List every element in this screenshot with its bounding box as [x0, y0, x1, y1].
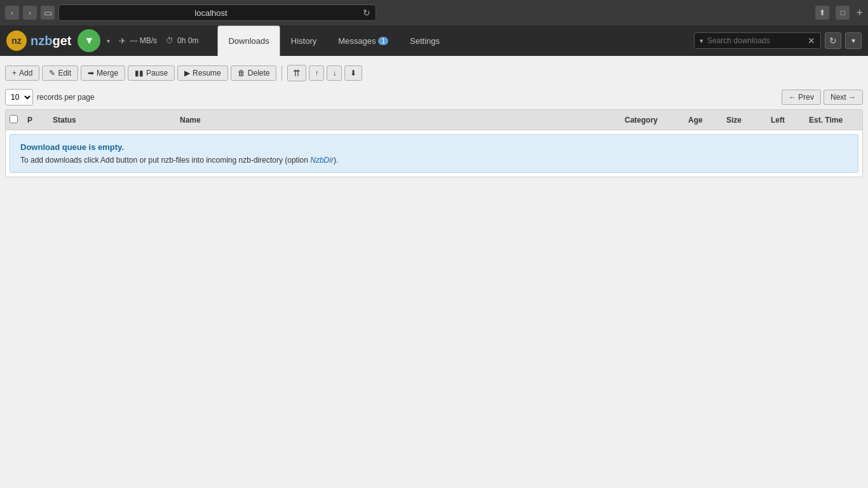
tabs-container: Downloads History Messages 1 Settings	[217, 25, 688, 56]
records-per-page-select[interactable]: 10 25 50	[5, 89, 33, 105]
empty-state-text: To add downloads click Add button or put…	[20, 156, 848, 165]
tab-downloads[interactable]: Downloads	[217, 25, 280, 56]
share-button[interactable]: ⬆	[815, 6, 829, 20]
th-size: Size	[722, 116, 767, 125]
empty-state: Download queue is empty. To add download…	[10, 134, 858, 173]
forward-button[interactable]: ›	[23, 6, 37, 20]
merge-button[interactable]: ➡ Merge	[81, 65, 125, 81]
time-icon: ⏱	[166, 36, 173, 45]
th-age: Age	[684, 116, 722, 125]
time-value: 0h 0m	[177, 36, 198, 45]
move-up-icon: ↑	[315, 69, 318, 78]
move-down-icon: ↓	[332, 69, 336, 78]
minimize-button[interactable]: ▭	[41, 6, 55, 20]
download-button[interactable]	[78, 29, 100, 52]
edit-button[interactable]: ✎ Edit	[42, 65, 78, 81]
speed-value: --- MB/s	[130, 36, 157, 45]
th-est-time: Est. Time	[805, 116, 862, 125]
th-status: Status	[49, 116, 176, 125]
prev-page-button[interactable]: ← Prev	[782, 90, 821, 105]
logo-text: nzbget	[31, 34, 71, 48]
add-icon: +	[12, 69, 17, 78]
toolbar: + Add ✎ Edit ➡ Merge ▮▮ Pause ▶ Resume 🗑…	[5, 61, 863, 85]
search-box: ▾ ✕	[694, 32, 821, 49]
fullscreen-button[interactable]: □	[836, 6, 850, 20]
move-bottom-button[interactable]: ⬇	[344, 65, 362, 81]
move-top-icon: ⇈	[293, 68, 301, 78]
move-up-button[interactable]: ↑	[309, 65, 324, 81]
pause-icon: ▮▮	[135, 69, 144, 78]
messages-badge: 1	[378, 37, 388, 45]
settings-dropdown-button[interactable]: ▾	[845, 32, 862, 49]
nzbdir-link[interactable]: NzbDir	[310, 156, 334, 165]
merge-icon: ➡	[88, 69, 94, 78]
search-filter-icon: ▾	[700, 37, 703, 45]
delete-icon: 🗑	[238, 69, 245, 78]
th-category: Category	[621, 116, 684, 125]
pagination-left: 10 25 50 records per page	[5, 89, 95, 105]
edit-icon: ✎	[49, 69, 55, 78]
pause-button[interactable]: ▮▮ Pause	[128, 65, 175, 81]
pagination-row: 10 25 50 records per page ← Prev Next →	[5, 85, 863, 109]
downloads-table: P Status Name Category Age Size Left Est…	[5, 109, 863, 177]
tab-settings[interactable]: Settings	[399, 25, 451, 56]
move-bottom-icon: ⬇	[350, 69, 356, 78]
table-header: P Status Name Category Age Size Left Est…	[6, 110, 862, 130]
new-tab-button[interactable]: +	[856, 6, 863, 20]
address-text: localhost	[64, 8, 358, 18]
address-bar: localhost ↻	[58, 4, 376, 21]
download-button-container	[78, 29, 100, 52]
add-button[interactable]: + Add	[5, 65, 39, 81]
th-priority: P	[24, 116, 49, 125]
logo-icon: nz	[6, 30, 27, 51]
speed-icon: ✈	[119, 36, 126, 46]
speed-info: ✈ --- MB/s	[119, 36, 157, 46]
resume-icon: ▶	[184, 69, 190, 78]
th-name: Name	[176, 116, 621, 125]
empty-state-title: Download queue is empty.	[20, 142, 848, 152]
download-dropdown-arrow[interactable]: ▾	[107, 37, 110, 44]
back-button[interactable]: ‹	[5, 6, 19, 20]
tab-messages[interactable]: Messages 1	[327, 25, 399, 56]
th-left: Left	[767, 116, 805, 125]
reload-button[interactable]: ↻	[363, 8, 370, 18]
th-checkbox	[6, 115, 24, 125]
time-info: ⏱ 0h 0m	[166, 36, 198, 45]
next-page-button[interactable]: Next →	[824, 90, 863, 105]
move-down-button[interactable]: ↓	[327, 65, 342, 81]
header-right: ▾ ✕ ↻ ▾	[694, 32, 862, 49]
tab-history[interactable]: History	[280, 25, 327, 56]
toolbar-separator	[281, 65, 282, 81]
app-header: nz nzbget ▾ ✈ --- MB/s ⏱ 0h 0m Downloads…	[0, 25, 868, 56]
pagination-right: ← Prev Next →	[782, 90, 863, 105]
resume-button[interactable]: ▶ Resume	[177, 65, 228, 81]
search-input[interactable]	[707, 36, 804, 45]
delete-button[interactable]: 🗑 Delete	[231, 65, 277, 81]
main-content: + Add ✎ Edit ➡ Merge ▮▮ Pause ▶ Resume 🗑…	[0, 56, 868, 182]
browser-chrome: ‹ › ▭ localhost ↻ ⬆ □ +	[0, 0, 868, 25]
search-clear-button[interactable]: ✕	[808, 36, 815, 46]
logo: nz nzbget	[6, 30, 71, 51]
select-all-checkbox[interactable]	[10, 115, 18, 123]
records-per-page-label: records per page	[37, 93, 95, 102]
move-top-button[interactable]: ⇈	[287, 65, 306, 81]
refresh-button[interactable]: ↻	[825, 32, 841, 49]
